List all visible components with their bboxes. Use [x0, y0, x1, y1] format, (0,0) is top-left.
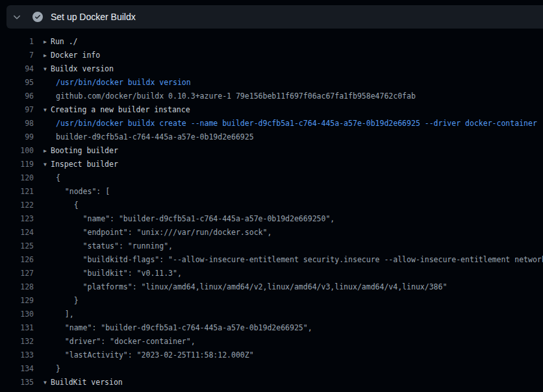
line-number[interactable]: 100: [0, 144, 34, 158]
log-row: 134}: [0, 362, 543, 376]
log-row: 123 "name": "builder-d9cfb5a1-c764-445a-…: [0, 212, 543, 226]
log-row: 126 "buildkitd-flags": "--allow-insecure…: [0, 253, 543, 267]
log-line-output: github.com/docker/buildx 0.10.3+azure-1 …: [56, 92, 416, 101]
group-title: Run ./: [51, 37, 78, 46]
log-row: 96github.com/docker/buildx 0.10.3+azure-…: [0, 90, 543, 103]
log-group-header[interactable]: ▼Buildx version: [44, 62, 114, 76]
line-number[interactable]: 124: [0, 226, 34, 239]
line-number[interactable]: 99: [0, 130, 34, 144]
group-title: Booting builder: [51, 146, 118, 155]
line-number[interactable]: 97: [0, 103, 34, 117]
line-number[interactable]: 127: [0, 267, 34, 280]
triangle-right-icon[interactable]: ▶: [44, 35, 51, 49]
log-row: 97▼Creating a new builder instance: [0, 103, 543, 117]
log-line-output: "name": "builder-d9cfb5a1-c764-445a-a57e…: [56, 323, 312, 332]
log-lines: 1▶Run ./7▶Docker info94▼Buildx version95…: [0, 29, 543, 392]
chevron-down-icon[interactable]: [12, 12, 22, 22]
line-number[interactable]: 7: [0, 49, 34, 62]
log-row: 100▶Booting builder: [0, 144, 543, 158]
check-circle-icon: [32, 12, 43, 22]
log-row: 130 ],: [0, 308, 543, 321]
log-line-output: "status": "running",: [56, 241, 173, 251]
log-row: 1▶Run ./: [0, 35, 543, 49]
line-number[interactable]: 125: [0, 239, 34, 253]
log-row: 95/usr/bin/docker buildx version: [0, 76, 543, 90]
line-number[interactable]: 94: [0, 62, 34, 76]
line-number[interactable]: 96: [0, 90, 34, 103]
line-number[interactable]: 98: [0, 117, 34, 130]
log-line-output: }: [56, 364, 60, 373]
log-row: 124 "endpoint": "unix:///var/run/docker.…: [0, 226, 543, 239]
line-number[interactable]: 121: [0, 185, 34, 199]
log-row: 122 {: [0, 199, 543, 212]
line-number[interactable]: 134: [0, 362, 34, 376]
log-row: 128 "platforms": "linux/amd64,linux/amd6…: [0, 280, 543, 294]
line-number[interactable]: 120: [0, 171, 34, 185]
log-line-output: builder-d9cfb5a1-c764-445a-a57e-0b19d2e6…: [56, 132, 254, 141]
log-row: 98/usr/bin/docker buildx create --name b…: [0, 117, 543, 130]
line-number[interactable]: 130: [0, 308, 34, 321]
log-group-header[interactable]: ▼BuildKit version: [44, 376, 123, 389]
step-title: Set up Docker Buildx: [51, 12, 136, 22]
log-group-header[interactable]: ▶Booting builder: [44, 144, 118, 158]
log-group-header[interactable]: ▼Creating a new builder instance: [44, 103, 190, 117]
log-line-output: {: [56, 173, 60, 182]
log-row: 94▼Buildx version: [0, 62, 543, 76]
log-line-command: /usr/bin/docker buildx version: [56, 78, 191, 87]
log-row: 7▶Docker info: [0, 49, 543, 62]
actions-log-panel: Set up Docker Buildx 1▶Run ./7▶Docker in…: [0, 0, 543, 392]
log-line-output: "nodes": [: [56, 187, 110, 196]
log-line-output: ],: [56, 310, 74, 319]
log-row: 127 "buildkit": "v0.11.3",: [0, 267, 543, 280]
log-row: 119▼Inspect builder: [0, 158, 543, 171]
log-row: 131 "name": "builder-d9cfb5a1-c764-445a-…: [0, 321, 543, 335]
group-title: BuildKit version: [51, 378, 123, 387]
log-line-output: "platforms": "linux/amd64,linux/amd64/v2…: [56, 282, 447, 291]
log-row: 125 "status": "running",: [0, 239, 543, 253]
line-number[interactable]: 133: [0, 349, 34, 362]
log-line-output: "driver": "docker-container",: [56, 337, 196, 346]
group-title: Buildx version: [51, 64, 114, 73]
line-number[interactable]: 128: [0, 280, 34, 294]
line-number[interactable]: 126: [0, 253, 34, 267]
log-row: 120{: [0, 171, 543, 185]
line-number[interactable]: 119: [0, 158, 34, 171]
log-line-output: "endpoint": "unix:///var/run/docker.sock…: [56, 228, 272, 237]
log-group-header[interactable]: ▶Run ./: [44, 35, 78, 49]
log-row: 135▼BuildKit version: [0, 376, 543, 389]
log-line-output: "name": "builder-d9cfb5a1-c764-445a-a57e…: [56, 214, 335, 223]
group-title: Creating a new builder instance: [51, 105, 190, 114]
triangle-down-icon[interactable]: ▼: [44, 103, 51, 117]
log-line-command: /usr/bin/docker buildx create --name bui…: [56, 119, 537, 128]
step-header[interactable]: Set up Docker Buildx: [6, 5, 543, 29]
log-line-output: }: [56, 296, 79, 305]
log-line-output: "lastActivity": "2023-02-25T11:58:12.000…: [56, 350, 254, 360]
line-number[interactable]: 1: [0, 35, 34, 49]
line-number[interactable]: 131: [0, 321, 34, 335]
line-number[interactable]: 129: [0, 294, 34, 308]
log-group-header[interactable]: ▶Docker info: [44, 49, 100, 62]
log-line-output: "buildkitd-flags": "--allow-insecure-ent…: [56, 255, 543, 264]
triangle-down-icon[interactable]: ▼: [44, 158, 51, 171]
group-title: Docker info: [51, 51, 100, 60]
group-title: Inspect builder: [51, 160, 118, 169]
line-number[interactable]: 136: [0, 389, 34, 392]
log-row: 121 "nodes": [: [0, 185, 543, 199]
line-number[interactable]: 95: [0, 76, 34, 90]
log-row: 136builder-d9cfb5a1-c764-445a-a57e-0b19d…: [0, 389, 543, 392]
triangle-right-icon[interactable]: ▶: [44, 49, 51, 62]
log-row: 132 "driver": "docker-container",: [0, 335, 543, 349]
line-number[interactable]: 123: [0, 212, 34, 226]
triangle-down-icon[interactable]: ▼: [44, 376, 51, 389]
log-line-output: {: [56, 201, 79, 210]
log-row: 129 }: [0, 294, 543, 308]
triangle-down-icon[interactable]: ▼: [44, 62, 51, 76]
log-group-header[interactable]: ▼Inspect builder: [44, 158, 118, 171]
log-row: 99builder-d9cfb5a1-c764-445a-a57e-0b19d2…: [0, 130, 543, 144]
line-number[interactable]: 135: [0, 376, 34, 389]
log-line-output: "buildkit": "v0.11.3",: [56, 269, 182, 278]
line-number[interactable]: 122: [0, 199, 34, 212]
log-row: 133 "lastActivity": "2023-02-25T11:58:12…: [0, 349, 543, 362]
triangle-right-icon[interactable]: ▶: [44, 144, 51, 158]
line-number[interactable]: 132: [0, 335, 34, 349]
